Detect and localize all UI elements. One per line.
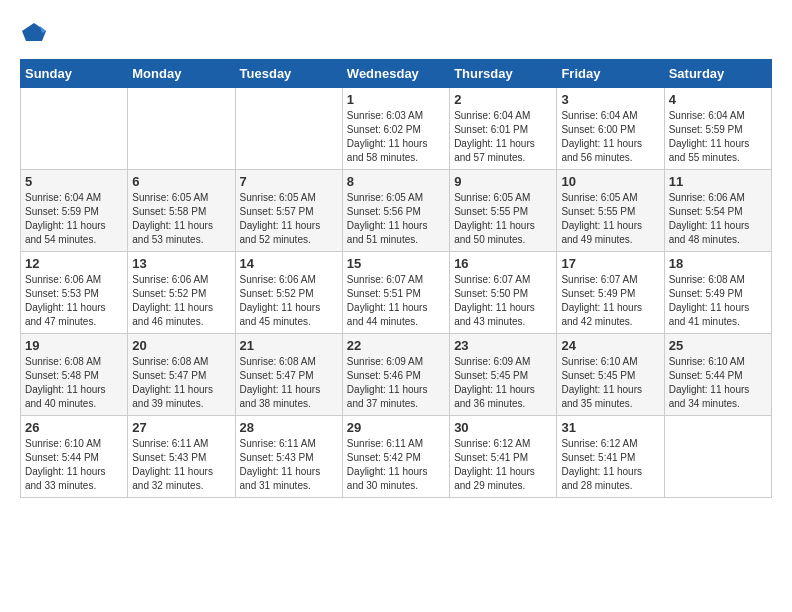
table-row: 3Sunrise: 6:04 AM Sunset: 6:00 PM Daylig… — [557, 88, 664, 170]
day-number: 18 — [669, 256, 767, 271]
table-row: 2Sunrise: 6:04 AM Sunset: 6:01 PM Daylig… — [450, 88, 557, 170]
calendar-week-4: 19Sunrise: 6:08 AM Sunset: 5:48 PM Dayli… — [21, 334, 772, 416]
day-info: Sunrise: 6:04 AM Sunset: 6:01 PM Dayligh… — [454, 109, 552, 165]
day-info: Sunrise: 6:08 AM Sunset: 5:47 PM Dayligh… — [132, 355, 230, 411]
day-info: Sunrise: 6:04 AM Sunset: 5:59 PM Dayligh… — [669, 109, 767, 165]
day-number: 19 — [25, 338, 123, 353]
table-row: 13Sunrise: 6:06 AM Sunset: 5:52 PM Dayli… — [128, 252, 235, 334]
table-row: 15Sunrise: 6:07 AM Sunset: 5:51 PM Dayli… — [342, 252, 449, 334]
header-wednesday: Wednesday — [342, 60, 449, 88]
table-row: 12Sunrise: 6:06 AM Sunset: 5:53 PM Dayli… — [21, 252, 128, 334]
day-number: 15 — [347, 256, 445, 271]
day-info: Sunrise: 6:06 AM Sunset: 5:54 PM Dayligh… — [669, 191, 767, 247]
day-number: 21 — [240, 338, 338, 353]
table-row: 6Sunrise: 6:05 AM Sunset: 5:58 PM Daylig… — [128, 170, 235, 252]
day-info: Sunrise: 6:11 AM Sunset: 5:42 PM Dayligh… — [347, 437, 445, 493]
day-info: Sunrise: 6:04 AM Sunset: 6:00 PM Dayligh… — [561, 109, 659, 165]
page-header — [20, 20, 772, 49]
day-info: Sunrise: 6:06 AM Sunset: 5:52 PM Dayligh… — [240, 273, 338, 329]
day-info: Sunrise: 6:07 AM Sunset: 5:50 PM Dayligh… — [454, 273, 552, 329]
day-info: Sunrise: 6:12 AM Sunset: 5:41 PM Dayligh… — [454, 437, 552, 493]
day-number: 16 — [454, 256, 552, 271]
day-info: Sunrise: 6:04 AM Sunset: 5:59 PM Dayligh… — [25, 191, 123, 247]
day-number: 6 — [132, 174, 230, 189]
table-row: 28Sunrise: 6:11 AM Sunset: 5:43 PM Dayli… — [235, 416, 342, 498]
day-info: Sunrise: 6:05 AM Sunset: 5:55 PM Dayligh… — [561, 191, 659, 247]
header-monday: Monday — [128, 60, 235, 88]
day-info: Sunrise: 6:05 AM Sunset: 5:56 PM Dayligh… — [347, 191, 445, 247]
header-sunday: Sunday — [21, 60, 128, 88]
day-info: Sunrise: 6:06 AM Sunset: 5:53 PM Dayligh… — [25, 273, 123, 329]
day-info: Sunrise: 6:03 AM Sunset: 6:02 PM Dayligh… — [347, 109, 445, 165]
day-number: 22 — [347, 338, 445, 353]
day-number: 8 — [347, 174, 445, 189]
day-number: 30 — [454, 420, 552, 435]
day-number: 23 — [454, 338, 552, 353]
table-row — [128, 88, 235, 170]
day-number: 1 — [347, 92, 445, 107]
header-thursday: Thursday — [450, 60, 557, 88]
calendar-week-1: 1Sunrise: 6:03 AM Sunset: 6:02 PM Daylig… — [21, 88, 772, 170]
day-number: 9 — [454, 174, 552, 189]
day-info: Sunrise: 6:05 AM Sunset: 5:58 PM Dayligh… — [132, 191, 230, 247]
table-row: 1Sunrise: 6:03 AM Sunset: 6:02 PM Daylig… — [342, 88, 449, 170]
calendar-week-3: 12Sunrise: 6:06 AM Sunset: 5:53 PM Dayli… — [21, 252, 772, 334]
table-row: 21Sunrise: 6:08 AM Sunset: 5:47 PM Dayli… — [235, 334, 342, 416]
header-tuesday: Tuesday — [235, 60, 342, 88]
day-info: Sunrise: 6:10 AM Sunset: 5:44 PM Dayligh… — [669, 355, 767, 411]
day-info: Sunrise: 6:12 AM Sunset: 5:41 PM Dayligh… — [561, 437, 659, 493]
table-row: 7Sunrise: 6:05 AM Sunset: 5:57 PM Daylig… — [235, 170, 342, 252]
day-number: 24 — [561, 338, 659, 353]
table-row — [21, 88, 128, 170]
table-row: 14Sunrise: 6:06 AM Sunset: 5:52 PM Dayli… — [235, 252, 342, 334]
calendar-week-5: 26Sunrise: 6:10 AM Sunset: 5:44 PM Dayli… — [21, 416, 772, 498]
table-row: 18Sunrise: 6:08 AM Sunset: 5:49 PM Dayli… — [664, 252, 771, 334]
table-row: 10Sunrise: 6:05 AM Sunset: 5:55 PM Dayli… — [557, 170, 664, 252]
calendar-week-2: 5Sunrise: 6:04 AM Sunset: 5:59 PM Daylig… — [21, 170, 772, 252]
table-row: 26Sunrise: 6:10 AM Sunset: 5:44 PM Dayli… — [21, 416, 128, 498]
header-saturday: Saturday — [664, 60, 771, 88]
table-row — [664, 416, 771, 498]
day-number: 12 — [25, 256, 123, 271]
table-row: 8Sunrise: 6:05 AM Sunset: 5:56 PM Daylig… — [342, 170, 449, 252]
day-info: Sunrise: 6:05 AM Sunset: 5:55 PM Dayligh… — [454, 191, 552, 247]
table-row: 19Sunrise: 6:08 AM Sunset: 5:48 PM Dayli… — [21, 334, 128, 416]
header-friday: Friday — [557, 60, 664, 88]
day-number: 29 — [347, 420, 445, 435]
day-info: Sunrise: 6:10 AM Sunset: 5:45 PM Dayligh… — [561, 355, 659, 411]
table-row: 17Sunrise: 6:07 AM Sunset: 5:49 PM Dayli… — [557, 252, 664, 334]
table-row: 23Sunrise: 6:09 AM Sunset: 5:45 PM Dayli… — [450, 334, 557, 416]
day-number: 2 — [454, 92, 552, 107]
table-row — [235, 88, 342, 170]
day-number: 11 — [669, 174, 767, 189]
day-info: Sunrise: 6:06 AM Sunset: 5:52 PM Dayligh… — [132, 273, 230, 329]
day-number: 13 — [132, 256, 230, 271]
logo — [20, 20, 46, 49]
table-row: 4Sunrise: 6:04 AM Sunset: 5:59 PM Daylig… — [664, 88, 771, 170]
day-number: 25 — [669, 338, 767, 353]
day-info: Sunrise: 6:08 AM Sunset: 5:47 PM Dayligh… — [240, 355, 338, 411]
day-number: 28 — [240, 420, 338, 435]
table-row: 22Sunrise: 6:09 AM Sunset: 5:46 PM Dayli… — [342, 334, 449, 416]
day-number: 20 — [132, 338, 230, 353]
table-row: 11Sunrise: 6:06 AM Sunset: 5:54 PM Dayli… — [664, 170, 771, 252]
day-number: 17 — [561, 256, 659, 271]
day-info: Sunrise: 6:10 AM Sunset: 5:44 PM Dayligh… — [25, 437, 123, 493]
table-row: 31Sunrise: 6:12 AM Sunset: 5:41 PM Dayli… — [557, 416, 664, 498]
day-number: 3 — [561, 92, 659, 107]
day-info: Sunrise: 6:07 AM Sunset: 5:49 PM Dayligh… — [561, 273, 659, 329]
day-info: Sunrise: 6:11 AM Sunset: 5:43 PM Dayligh… — [240, 437, 338, 493]
day-number: 26 — [25, 420, 123, 435]
day-info: Sunrise: 6:07 AM Sunset: 5:51 PM Dayligh… — [347, 273, 445, 329]
day-number: 10 — [561, 174, 659, 189]
table-row: 30Sunrise: 6:12 AM Sunset: 5:41 PM Dayli… — [450, 416, 557, 498]
table-row: 29Sunrise: 6:11 AM Sunset: 5:42 PM Dayli… — [342, 416, 449, 498]
day-number: 27 — [132, 420, 230, 435]
table-row: 24Sunrise: 6:10 AM Sunset: 5:45 PM Dayli… — [557, 334, 664, 416]
calendar-table: Sunday Monday Tuesday Wednesday Thursday… — [20, 59, 772, 498]
day-info: Sunrise: 6:08 AM Sunset: 5:49 PM Dayligh… — [669, 273, 767, 329]
table-row: 9Sunrise: 6:05 AM Sunset: 5:55 PM Daylig… — [450, 170, 557, 252]
day-info: Sunrise: 6:09 AM Sunset: 5:45 PM Dayligh… — [454, 355, 552, 411]
day-info: Sunrise: 6:05 AM Sunset: 5:57 PM Dayligh… — [240, 191, 338, 247]
day-info: Sunrise: 6:09 AM Sunset: 5:46 PM Dayligh… — [347, 355, 445, 411]
